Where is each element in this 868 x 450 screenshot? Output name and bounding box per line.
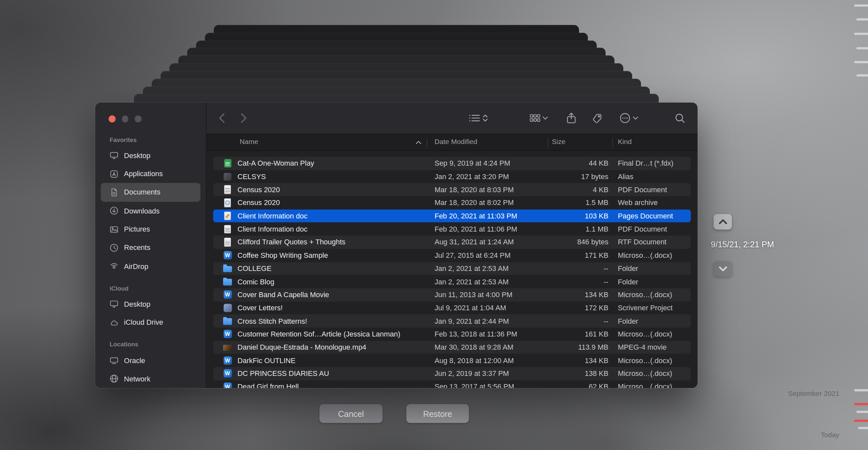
sidebar-item-documents[interactable]: Documents (101, 183, 200, 201)
column-header-name[interactable]: Name (240, 138, 258, 146)
file-size: 846 bytes (546, 238, 609, 246)
chevron-down-icon (718, 266, 727, 272)
sidebar-item-recents[interactable]: Recents (101, 238, 200, 257)
chevron-up-icon (718, 219, 727, 225)
table-row[interactable]: Client Information docFeb 20, 2021 at 11… (213, 209, 691, 222)
file-kind: Pages Document (618, 212, 691, 220)
timeline-tick[interactable] (857, 74, 868, 76)
column-header-date-modified[interactable]: Date Modified (435, 138, 477, 146)
sidebar-item-label: iCloud Drive (124, 318, 163, 327)
column-header-kind[interactable]: Kind (618, 138, 631, 146)
timeline-tick[interactable] (854, 61, 868, 63)
sidebar-item-oracle[interactable]: Oracle (101, 351, 200, 370)
file-date: Mar 18, 2020 at 8:03 PM (435, 186, 546, 194)
file-date: Jan 2, 2021 at 2:53 AM (435, 264, 546, 273)
column-header-size[interactable]: Size (552, 138, 565, 146)
forward-icon[interactable] (241, 103, 247, 134)
file-name: Census 2020 (238, 199, 435, 207)
table-row[interactable]: CELSYSJan 2, 2021 at 3:20 PM17 bytesAlia… (213, 170, 691, 183)
table-row[interactable]: WCustomer Retention Sof…Article (Jessica… (213, 328, 691, 341)
file-size: 134 KB (546, 356, 609, 364)
group-icon[interactable] (530, 103, 548, 134)
search-icon[interactable] (675, 103, 685, 134)
sidebar-item-network[interactable]: Network (101, 370, 200, 388)
file-size: 44 KB (546, 160, 609, 168)
table-row[interactable]: Cover Letters!Jul 9, 2021 at 1:04 AM172 … (213, 302, 691, 314)
file-date: Mar 30, 2018 at 9:28 AM (435, 343, 546, 351)
sidebar-item-pictures[interactable]: Pictures (101, 220, 200, 238)
word-icon: W (223, 382, 232, 388)
file-date: Jul 9, 2021 at 1:04 AM (435, 304, 546, 312)
file-date: Jan 2, 2021 at 3:20 PM (435, 172, 546, 181)
timeline-month-label: September 2021 (788, 390, 839, 397)
timeline-tick[interactable] (857, 411, 868, 413)
sidebar-item-icloud-drive[interactable]: iCloud Drive (101, 313, 200, 332)
traffic-lights (95, 103, 206, 125)
restore-button[interactable]: Restore (406, 404, 469, 423)
timeline-tick[interactable] (857, 47, 868, 49)
more-icon[interactable] (619, 103, 638, 134)
sidebar: FavoritesDesktopApplicationsDocumentsDow… (95, 103, 206, 388)
timeline-tick[interactable] (854, 389, 868, 391)
file-kind: RTF Document (618, 238, 691, 246)
table-row[interactable]: Clifford Trailer Quotes + ThoughtsAug 31… (213, 236, 691, 249)
timeline-tick-highlighted[interactable] (854, 420, 868, 421)
table-row[interactable]: Daniel Duque-Estrada - Monologue.mp4Mar … (213, 341, 691, 354)
video-icon (223, 343, 232, 351)
column-divider[interactable] (427, 138, 428, 148)
sidebar-item-airdrop[interactable]: AirDrop (101, 257, 200, 275)
table-row[interactable]: Comic BlogJan 2, 2021 at 2:53 AM--Folder (213, 275, 691, 288)
file-kind: Scrivener Project (618, 304, 691, 312)
downloads-icon (110, 206, 120, 215)
word-icon: W (223, 290, 232, 299)
table-row[interactable]: WDC PRINCESS DIARIES AUJun 2, 2019 at 3:… (213, 367, 691, 380)
folder-icon (223, 316, 232, 326)
table-row[interactable]: Census 2020Mar 18, 2020 at 8:03 PM4 KBPD… (213, 183, 691, 196)
main-panel: Name Date Modified Size Kind Cat-A One-W… (206, 103, 698, 388)
file-size: 103 KB (546, 212, 609, 220)
zoom-button (135, 115, 142, 122)
timeline-tick-highlighted[interactable] (854, 403, 868, 405)
close-button[interactable] (108, 115, 115, 122)
table-row[interactable]: WDarkFic OUTLINEAug 8, 2018 at 12:00 AM1… (213, 354, 691, 367)
sidebar-item-label: Network (124, 374, 151, 383)
table-row[interactable]: WCoffee Shop Writing SampleJul 27, 2015 … (213, 249, 691, 262)
sidebar-item-label: Pictures (124, 225, 150, 233)
timeline-tick[interactable] (854, 33, 868, 35)
cancel-button[interactable]: Cancel (319, 404, 382, 423)
table-row[interactable]: COLLEGEJan 2, 2021 at 2:53 AM--Folder (213, 262, 691, 275)
webarchive-icon (223, 198, 232, 207)
timeline-tick[interactable] (854, 5, 868, 6)
sidebar-item-applications[interactable]: Applications (101, 165, 200, 183)
timeline-tick[interactable] (858, 427, 868, 429)
sidebar-item-downloads[interactable]: Downloads (101, 202, 200, 220)
chevron-down-icon (633, 116, 639, 120)
sidebar-item-desktop[interactable]: Desktop (101, 146, 200, 165)
column-divider[interactable] (612, 138, 613, 148)
file-date: Feb 20, 2021 at 11:06 PM (435, 225, 546, 233)
file-kind: Folder (618, 278, 691, 286)
table-row[interactable]: Cat-A One-Woman PlaySep 9, 2019 at 4:24 … (213, 157, 691, 170)
sidebar-item-desktop[interactable]: Desktop (101, 295, 200, 313)
tag-icon[interactable] (592, 103, 602, 134)
view-list-icon[interactable] (469, 103, 488, 134)
file-size: 172 KB (546, 304, 609, 312)
word-icon: W (223, 369, 232, 378)
file-kind: Folder (618, 264, 691, 273)
computer-icon (110, 356, 120, 365)
table-row[interactable]: Census 2020Mar 18, 2020 at 8:02 PM1.5 MB… (213, 196, 691, 209)
table-row[interactable]: Client Information docFeb 20, 2021 at 11… (213, 222, 691, 235)
go-forward-in-time-button[interactable] (714, 261, 732, 277)
share-icon[interactable] (566, 103, 576, 134)
timeline-tick[interactable] (857, 18, 868, 20)
back-icon[interactable] (219, 103, 225, 134)
column-divider[interactable] (548, 138, 548, 148)
go-back-in-time-button[interactable] (714, 214, 732, 229)
file-size: 1.5 MB (546, 199, 609, 207)
pictures-icon (110, 225, 120, 233)
table-row[interactable]: WCover Band A Capella MovieJun 11, 2013 … (213, 288, 691, 302)
pages-icon (223, 212, 232, 220)
table-row[interactable]: WDead Girl from HellSep 13, 2017 at 5:56… (213, 380, 691, 388)
table-row[interactable]: Cross Stitch Patterns!Jan 9, 2021 at 2:4… (213, 314, 691, 328)
icloud-icon (110, 318, 120, 327)
